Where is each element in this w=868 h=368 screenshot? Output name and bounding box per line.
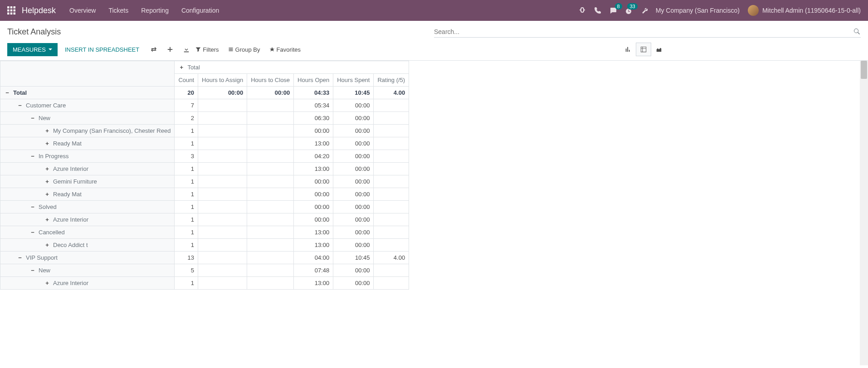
row-header[interactable]: +Azure Interior	[0, 163, 175, 175]
cell-rating	[374, 175, 409, 188]
minus-icon[interactable]: −	[17, 255, 23, 261]
search-input[interactable]	[434, 28, 853, 35]
favorites-menu[interactable]: Favorites	[269, 46, 301, 53]
cell-hs: 00:00	[333, 277, 374, 290]
pivot-row: +Ready Mat113:0000:00	[0, 137, 409, 150]
cell-rating	[374, 112, 409, 125]
plus-icon[interactable]: +	[178, 64, 185, 71]
pivot-row: −New507:4800:00	[0, 264, 409, 277]
pivot-row: −Solved100:0000:00	[0, 201, 409, 213]
cell-count: 1	[175, 175, 198, 188]
row-header[interactable]: +Deco Addict t	[0, 239, 175, 252]
row-header[interactable]: +Azure Interior	[0, 213, 175, 226]
page-title: Ticket Analysis	[7, 27, 434, 37]
row-header[interactable]: −Cancelled	[0, 226, 175, 239]
minus-icon[interactable]: −	[29, 115, 36, 121]
plus-icon[interactable]: +	[44, 179, 50, 185]
cell-htc	[247, 213, 294, 226]
cell-hta	[198, 125, 247, 137]
plus-icon[interactable]: +	[44, 280, 50, 286]
row-header[interactable]: −Solved	[0, 201, 175, 213]
minus-icon[interactable]: −	[29, 229, 36, 236]
col-hours-close[interactable]: Hours to Close	[247, 74, 294, 87]
plus-icon[interactable]: +	[44, 217, 50, 223]
debug-icon[interactable]	[579, 7, 586, 14]
cell-hta	[198, 277, 247, 290]
flip-axis-button[interactable]	[146, 42, 161, 57]
col-count[interactable]: Count	[175, 74, 198, 87]
cell-rating: 4.00	[374, 87, 409, 99]
apps-icon[interactable]	[7, 6, 15, 15]
cell-htc	[247, 112, 294, 125]
vertical-scrollbar[interactable]	[860, 61, 868, 365]
minus-icon[interactable]: −	[29, 267, 36, 274]
filters-menu[interactable]: Filters	[195, 46, 219, 53]
nav-overview[interactable]: Overview	[69, 7, 96, 14]
insert-spreadsheet-button[interactable]: INSERT IN SPREADSHEET	[59, 43, 145, 56]
phone-icon[interactable]	[594, 7, 601, 14]
cell-hta	[198, 213, 247, 226]
row-header[interactable]: +Ready Mat	[0, 137, 175, 150]
row-header[interactable]: −Total	[0, 87, 175, 99]
plus-icon[interactable]: +	[44, 166, 50, 172]
messaging-icon[interactable]: 8	[610, 7, 617, 14]
col-hours-spent[interactable]: Hours Spent	[333, 74, 374, 87]
cell-htc	[247, 252, 294, 264]
measures-button[interactable]: MEASURES	[7, 43, 58, 56]
scrollbar-thumb[interactable]	[861, 61, 867, 79]
app-brand[interactable]: Helpdesk	[22, 6, 56, 15]
view-pivot-button[interactable]	[636, 43, 651, 56]
row-header[interactable]: −New	[0, 264, 175, 277]
pivot-row: +My Company (San Francisco), Chester Ree…	[0, 125, 409, 137]
cell-hs: 00:00	[333, 175, 374, 188]
expand-all-button[interactable]	[163, 42, 177, 57]
minus-icon[interactable]: −	[29, 204, 36, 210]
row-header[interactable]: −VIP Support	[0, 252, 175, 264]
row-header[interactable]: −Customer Care	[0, 99, 175, 112]
view-cohort-button[interactable]	[651, 43, 667, 56]
cell-ho: 05:34	[294, 99, 333, 112]
row-header[interactable]: +Gemini Furniture	[0, 175, 175, 188]
cell-ho: 00:00	[294, 125, 333, 137]
plus-icon[interactable]: +	[44, 140, 50, 147]
pivot-row: −In Progress304:2000:00	[0, 150, 409, 163]
cell-ho: 13:00	[294, 137, 333, 150]
plus-icon[interactable]: +	[44, 191, 50, 198]
row-header[interactable]: +My Company (San Francisco), Chester Ree…	[0, 125, 175, 137]
activity-icon[interactable]: 33	[625, 7, 632, 14]
pivot-row: −Customer Care705:3400:00	[0, 99, 409, 112]
row-label: Deco Addict t	[53, 242, 88, 248]
user-menu[interactable]: Mitchell Admin (11950646-15-0-all)	[748, 5, 861, 16]
col-rating[interactable]: Rating (/5)	[374, 74, 409, 87]
nav-tickets[interactable]: Tickets	[108, 7, 128, 14]
cell-count: 1	[175, 239, 198, 252]
pivot-corner	[0, 61, 175, 87]
col-hours-open[interactable]: Hours Open	[294, 74, 333, 87]
plus-icon[interactable]: +	[44, 242, 50, 248]
plus-icon[interactable]: +	[44, 128, 50, 134]
download-button[interactable]	[179, 42, 194, 57]
search-box[interactable]	[434, 26, 861, 38]
cell-count: 1	[175, 201, 198, 213]
tools-icon[interactable]	[640, 7, 648, 14]
search-icon[interactable]	[853, 28, 861, 35]
cell-rating	[374, 125, 409, 137]
row-header[interactable]: −New	[0, 112, 175, 125]
minus-icon[interactable]: −	[29, 153, 36, 160]
company-switcher[interactable]: My Company (San Francisco)	[656, 7, 740, 14]
cell-count: 20	[175, 87, 198, 99]
cell-ho: 00:00	[294, 175, 333, 188]
row-header[interactable]: +Azure Interior	[0, 277, 175, 290]
row-label: In Progress	[39, 153, 68, 160]
col-total-header[interactable]: +Total	[175, 61, 409, 74]
nav-reporting[interactable]: Reporting	[141, 7, 169, 14]
view-graph-button[interactable]	[620, 43, 636, 56]
col-hours-assign[interactable]: Hours to Assign	[198, 74, 247, 87]
row-header[interactable]: −In Progress	[0, 150, 175, 163]
nav-configuration[interactable]: Configuration	[181, 7, 219, 14]
minus-icon[interactable]: −	[4, 90, 10, 96]
row-label: Azure Interior	[53, 165, 88, 172]
minus-icon[interactable]: −	[17, 102, 23, 109]
row-header[interactable]: +Ready Mat	[0, 188, 175, 201]
groupby-menu[interactable]: Group By	[228, 46, 260, 53]
